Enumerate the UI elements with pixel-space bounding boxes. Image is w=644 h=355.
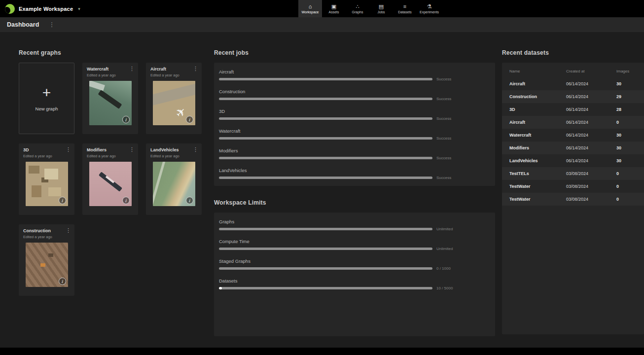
info-icon[interactable]: i [186,197,193,204]
job-row[interactable]: Construction Success [219,89,490,101]
dataset-row[interactable]: Watercraft 06/14/2024 30 [502,129,644,142]
job-progress-bar [219,157,432,159]
recent-jobs-panel: Aircraft Success Construction Success [214,63,495,186]
graph-card-title: Modifiers [87,147,134,152]
dataset-name: Watercraft [509,133,566,138]
workspace-name: Example Workspace [19,6,73,12]
dataset-image-count: 30 [616,81,639,86]
job-name: Aircraft [219,69,490,74]
job-progress-bar [219,117,432,120]
info-icon[interactable]: i [186,116,193,123]
graph-card[interactable]: Aircraft ⋮ Edited a year ago i [146,63,202,134]
nav-label: Jobs [378,10,385,14]
job-row[interactable]: Aircraft Success [219,69,490,81]
graph-card-edited: Edited a year ago [150,154,197,158]
kebab-menu-icon[interactable]: ⋮ [129,66,135,72]
nav-item-jobs[interactable]: ▤ Jobs [369,0,393,17]
limit-row: Graphs Unlimited [219,219,490,231]
kebab-menu-icon[interactable]: ⋮ [129,146,135,153]
dataset-name: TestTELs [509,171,566,176]
job-name: LandVehicles [219,168,490,173]
graph-card-edited: Edited a year ago [87,73,134,77]
graph-card-edited: Edited a year ago [23,154,70,158]
nav-item-assets[interactable]: ▣ Assets [322,0,346,17]
jobs-and-limits-section: Recent jobs Aircraft Success Constructio… [214,49,495,336]
job-row[interactable]: Watercraft Success [219,128,490,141]
job-row[interactable]: LandVehicles Success [219,168,490,180]
graph-card[interactable]: 3D ⋮ Edited a year ago i [19,143,74,215]
dataset-row[interactable]: TestWater 03/08/2024 0 [502,193,644,206]
recent-datasets-heading: Recent datasets [502,49,644,56]
job-status: Success [436,136,451,141]
limit-value: 10 / 5000 [436,286,453,290]
nav-item-experiments[interactable]: ⚗ Experiments [417,0,442,17]
app-logo-icon [5,4,15,14]
graph-card[interactable]: Watercraft ⋮ Edited a year ago i [82,63,138,134]
dataset-image-count: 0 [616,171,639,176]
graph-card-edited: Edited a year ago [87,154,134,158]
dataset-name: Aircraft [509,81,566,86]
workspace-switcher[interactable]: Example Workspace ▾ [5,4,80,14]
dataset-created-at: 03/08/2024 [566,184,616,189]
nav-icon: ⚗ [427,4,432,9]
nav-item-graphs[interactable]: ∴ Graphs [346,0,369,17]
nav-item-datasets[interactable]: ≡ Datasets [393,0,417,17]
nav-icon: ▣ [331,4,336,9]
limit-progress-bar [219,267,432,270]
page-title: Dashboard [7,21,39,28]
limit-progress-bar [219,248,432,250]
dataset-name: 3D [509,107,566,112]
job-row[interactable]: 3D Success [219,108,490,121]
graph-thumbnail: i [89,162,132,206]
kebab-menu-icon[interactable]: ⋮ [66,227,71,234]
limit-name: Datasets [219,278,490,284]
dataset-image-count: 0 [616,197,639,202]
graph-card[interactable]: LandVehicles ⋮ Edited a year ago i [146,143,202,215]
datasets-table: Name Created at Images Aircraft 06/14/20… [502,63,644,334]
dataset-row[interactable]: Aircraft 06/14/2024 30 [502,77,644,90]
info-icon[interactable]: i [122,116,130,123]
new-graph-button[interactable]: + New graph [19,63,74,134]
limit-row: Compute Time Unlimited [219,239,490,251]
dataset-row[interactable]: TestTELs 03/08/2024 0 [502,167,644,180]
limit-progress-bar [219,228,432,230]
dataset-row[interactable]: LandVehicles 06/14/2024 30 [502,154,644,167]
dataset-created-at: 06/14/2024 [566,107,616,112]
dataset-row[interactable]: 3D 06/14/2024 28 [502,103,644,116]
datasets-table-body: Aircraft 06/14/2024 30 Construction 06/1… [502,77,644,206]
job-status: Success [436,176,451,180]
job-row[interactable]: Modifiers Success [219,148,490,160]
limit-name: Staged Graphs [219,258,490,264]
nav-icon: ▤ [379,4,384,9]
dataset-row[interactable]: TestWater 03/08/2024 0 [502,180,644,193]
dataset-image-count: 29 [616,94,639,99]
dataset-image-count: 30 [616,158,639,163]
dataset-image-count: 0 [616,184,639,189]
nav-item-workspace[interactable]: ⌂ Workspace [298,0,322,17]
graph-card-edited: Edited a year ago [150,73,197,77]
info-icon[interactable]: i [122,197,130,204]
dataset-created-at: 03/08/2024 [566,197,616,202]
job-name: Watercraft [219,128,490,134]
info-icon[interactable]: i [59,278,66,285]
dataset-image-count: 0 [616,120,639,125]
graph-card[interactable]: Construction ⋮ Edited a year ago i [19,224,74,296]
graph-card-edited: Edited a year ago [23,235,70,239]
nav-label: Workspace [302,10,319,14]
info-icon[interactable]: i [59,197,66,204]
graph-thumbnail: i [153,81,195,125]
limit-name: Compute Time [219,239,490,244]
dataset-row[interactable]: Aircraft 06/14/2024 0 [502,116,644,129]
dataset-row[interactable]: Construction 06/14/2024 29 [502,90,644,103]
kebab-menu-icon[interactable]: ⋮ [193,66,198,72]
dataset-name: LandVehicles [509,158,566,163]
job-status: Success [436,116,451,121]
kebab-menu-icon[interactable]: ⋮ [66,146,71,153]
kebab-menu-icon[interactable]: ⋮ [193,146,198,153]
col-header-images: Images [616,69,639,73]
graph-card[interactable]: Modifiers ⋮ Edited a year ago i [82,143,138,215]
job-status: Success [436,97,451,101]
page-menu-kebab-icon[interactable]: ⋮ [49,21,55,28]
job-progress-bar [219,98,432,100]
dataset-row[interactable]: Modifiers 06/14/2024 30 [502,142,644,154]
